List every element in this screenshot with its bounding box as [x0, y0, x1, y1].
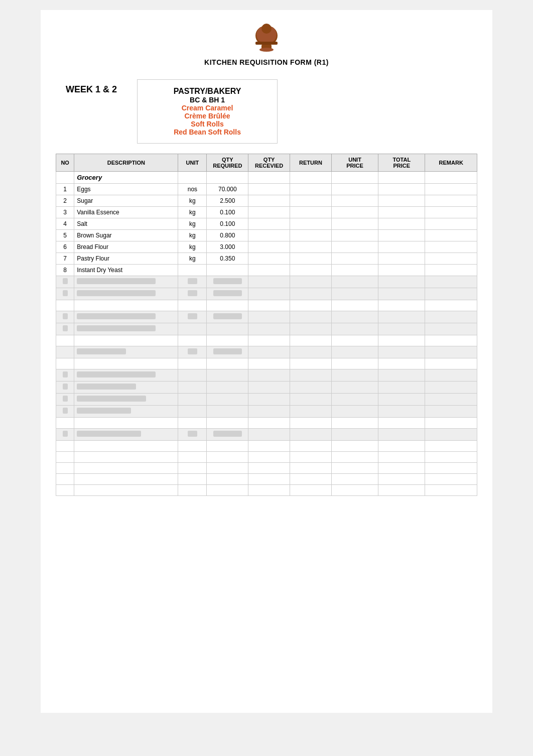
dept-item-2: Crème Brûlée — [153, 112, 262, 120]
header: KITCHEN REQUISITION FORM (R1) — [56, 20, 477, 74]
col-header-unit: UNIT — [178, 154, 207, 172]
dept-item-1: Cream Caramel — [153, 104, 262, 112]
table-row-blurred — [56, 369, 477, 382]
table-row-blurred — [56, 276, 477, 288]
col-header-return: RETURN — [290, 154, 332, 172]
form-title: KITCHEN REQUISITION FORM (R1) — [204, 58, 329, 66]
section-header-grocery: Grocery — [56, 172, 477, 184]
table-row: 5 Brown Sugar kg 0.800 — [56, 230, 477, 241]
grocery-label: Grocery — [74, 172, 178, 184]
table-row-empty — [56, 485, 477, 496]
col-header-total-price: TOTALPRICE — [378, 154, 425, 172]
table-row-blurred — [56, 346, 477, 358]
svg-point-5 — [259, 48, 274, 52]
requisition-table: NO DESCRIPTION UNIT QTYREQUIRED QTYRECEV… — [56, 154, 477, 496]
page: KITCHEN REQUISITION FORM (R1) WEEK 1 & 2… — [41, 10, 492, 713]
table-row-blurred — [56, 323, 477, 335]
logo-icon — [251, 22, 282, 54]
table-row: 7 Pastry Flour kg 0.350 — [56, 253, 477, 265]
week-label: WEEK 1 & 2 — [66, 84, 117, 95]
table-row-empty — [56, 441, 477, 452]
table-row: 3 Vanilla Essence kg 0.100 — [56, 207, 477, 218]
table-row: 6 Bread Flour kg 3.000 — [56, 241, 477, 253]
logo — [249, 20, 284, 55]
col-header-unit-price: UNITPRICE — [331, 154, 378, 172]
svg-point-2 — [261, 24, 272, 34]
table-row: 2 Sugar kg 2.500 — [56, 195, 477, 207]
dept-item-3: Soft Rolls — [153, 120, 262, 128]
table-row-empty — [56, 358, 477, 369]
department-box: PASTRY/BAKERY BC & BH 1 Cream Caramel Cr… — [137, 79, 278, 144]
dept-title: PASTRY/BAKERY — [153, 87, 262, 96]
dept-subtitle: BC & BH 1 — [153, 96, 262, 104]
table-row-empty — [56, 418, 477, 429]
table-row: 8 Instant Dry Yeast — [56, 265, 477, 276]
col-header-description: DESCRIPTION — [74, 154, 178, 172]
dept-item-4: Red Bean Soft Rolls — [153, 128, 262, 136]
col-header-qty-received: QTYRECEVIED — [248, 154, 290, 172]
table-row-empty — [56, 335, 477, 346]
col-header-remark: REMARK — [425, 154, 477, 172]
svg-rect-3 — [255, 42, 278, 45]
table-row-empty — [56, 452, 477, 463]
table-row-blurred — [56, 406, 477, 418]
table-row-blurred — [56, 382, 477, 394]
col-header-qty-required: QTYREQUIRED — [207, 154, 248, 172]
table-row-empty — [56, 300, 477, 311]
table-row-blurred — [56, 394, 477, 406]
table-row-empty — [56, 463, 477, 474]
table-container: NO DESCRIPTION UNIT QTYREQUIRED QTYRECEV… — [56, 154, 477, 496]
table-header-row: NO DESCRIPTION UNIT QTYREQUIRED QTYRECEV… — [56, 154, 477, 172]
table-row-blurred — [56, 311, 477, 323]
table-row: 4 Salt kg 0.100 — [56, 218, 477, 230]
table-row-blurred — [56, 429, 477, 441]
table-row-empty — [56, 474, 477, 485]
col-header-no: NO — [56, 154, 74, 172]
table-row-blurred — [56, 288, 477, 300]
week-section: WEEK 1 & 2 PASTRY/BAKERY BC & BH 1 Cream… — [56, 79, 477, 144]
table-row: 1 Eggs nos 70.000 — [56, 184, 477, 195]
